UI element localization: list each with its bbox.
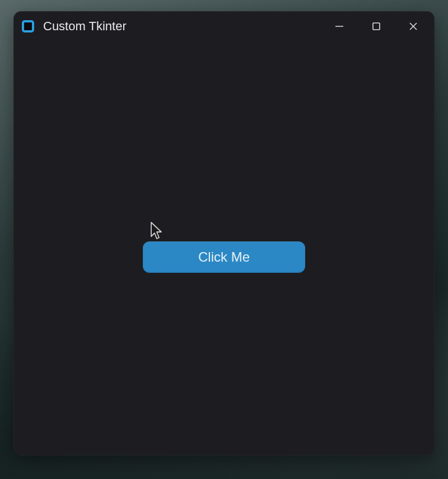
- cursor-icon: [150, 221, 165, 244]
- application-window: Custom Tkinter Click Me: [13, 11, 435, 455]
- svg-rect-1: [373, 23, 380, 30]
- titlebar[interactable]: Custom Tkinter: [14, 12, 434, 41]
- window-controls: [321, 12, 432, 41]
- minimize-icon: [334, 21, 344, 31]
- window-title: Custom Tkinter: [43, 19, 321, 34]
- close-button[interactable]: [395, 12, 432, 41]
- click-me-button[interactable]: Click Me: [143, 241, 305, 273]
- maximize-button[interactable]: [358, 12, 395, 41]
- maximize-icon: [371, 21, 381, 31]
- minimize-button[interactable]: [321, 12, 358, 41]
- close-icon: [408, 21, 418, 31]
- app-icon: [21, 19, 35, 34]
- app-body: Click Me: [14, 41, 434, 455]
